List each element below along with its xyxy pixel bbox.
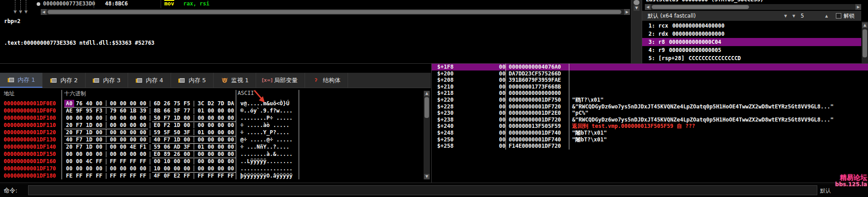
byte-group: E089260000000000 <box>152 150 236 158</box>
scroll-left-icon[interactable]: ◀ <box>645 4 651 10</box>
tab-memory-3[interactable]: 内存 3 <box>86 73 128 88</box>
spinner-down-icon[interactable]: ▼ <box>791 14 797 18</box>
column-separator <box>569 64 569 150</box>
spinner-up-icon[interactable]: ▲ <box>823 14 830 18</box>
hex-byte: 00 <box>216 114 226 122</box>
disasm-vertical-scrollbar[interactable]: ▼ <box>631 0 642 63</box>
register-row[interactable]: 3: r80000000000000C04 <box>642 38 861 46</box>
stack-address-clipped: 00 <box>493 90 506 97</box>
dump-row[interactable]: 00000000001DF14020F71D0000004EF15906AD3F… <box>0 143 431 150</box>
register-row[interactable]: 4: r90000000000000005 <box>642 46 861 54</box>
stack-row[interactable]: $+2480000000000001DF740"闂bT?\x01" <box>432 130 868 136</box>
dump-row[interactable]: 00000000001DF13040F71D000000000040F71D00… <box>0 136 431 143</box>
register-name: rdx <box>658 31 668 37</box>
group-separator <box>106 108 106 114</box>
dump-row[interactable]: 00000000001DF11020F71D0000000000E0F21D00… <box>0 122 431 129</box>
register-row[interactable]: 1: rcx0000000000400000 <box>642 22 861 30</box>
tab-struct[interactable]: ʔ结构体 <box>305 73 348 88</box>
scroll-up-icon[interactable]: ▲ <box>862 23 868 28</box>
scroll-right-icon[interactable]: ▶ <box>624 9 630 15</box>
hex-byte: 00 <box>138 150 148 158</box>
hex-byte: F7 <box>162 136 172 143</box>
stack-row[interactable]: $+2500000000000001DF740"闂bT?\x01" <box>432 136 868 143</box>
stack-row[interactable]: $+2300000000000001DF2E0"pC%" <box>432 110 868 117</box>
dump-row[interactable]: 00000000001DF12020F71D0000000000595F503F… <box>0 129 431 136</box>
hex-byte: 00 <box>206 107 216 114</box>
hex-byte: 00 <box>84 114 94 122</box>
tab-locals[interactable]: [x=]局部变量 <box>256 73 305 88</box>
dump-row[interactable]: 00000000001DF1500000000000000000E0892600… <box>0 150 431 158</box>
register-row[interactable]: 2: rdx0000000000000000 <box>642 30 861 38</box>
stack-row[interactable]: $+2280000000000001DF720&"RWCQDGyDz6wo7ys… <box>432 103 868 110</box>
hex-byte: 00 <box>206 150 216 158</box>
dump-row[interactable]: 00000000001DF170000000000000000010000000… <box>0 165 431 172</box>
registers-horizontal-scrollbar[interactable]: ◀ ▶ <box>645 4 861 10</box>
stack-row[interactable]: $+20800391B6079F3959FAE <box>432 77 868 84</box>
tab-watch-1[interactable]: 监视 1 <box>214 73 256 88</box>
byte-group: 20F71D0000000000 <box>64 122 148 129</box>
disassembly-pane: ▼ ▼ ▼ 00000000773E33D0 48:8BC6 mov rax, … <box>0 0 631 63</box>
hex-byte: FF <box>182 172 192 179</box>
scroll-down-icon[interactable]: ▼ <box>424 174 429 179</box>
scrollbar-thumb[interactable] <box>652 5 749 9</box>
registers-pane: LastStatus 00000000 (STATUS_SUCCESS) ◀ ▶… <box>642 0 868 63</box>
hex-byte: 00 <box>94 136 104 143</box>
stack-row[interactable]: $+2380000000000001DF720&"RWCQDGyDz6wo7ys… <box>432 117 868 123</box>
scrollbar-thumb[interactable] <box>863 29 867 57</box>
dump-row[interactable]: 00000000001DF0F0AE9F95F379601B398B663F77… <box>0 107 431 114</box>
hex-byte: 76 <box>74 100 84 107</box>
scroll-up-icon[interactable]: ▲ <box>424 91 429 96</box>
stack-row[interactable]: $+2200000000000001DF750"鸥T?\x01" <box>432 97 868 103</box>
registers-toolbar: 默认 (x64 fastcall) ▼ ▼ 5 ▲ 解锁 <box>642 11 861 21</box>
dump-row[interactable]: 00000000001DF16000004CFFFFFFFFFF00100000… <box>0 158 431 165</box>
scrollbar-thumb[interactable] <box>424 97 429 118</box>
memory-icon <box>178 77 186 84</box>
hex-byte: FF <box>206 172 216 179</box>
scrollbar-track[interactable] <box>47 9 624 15</box>
argument-count-spinner[interactable]: ▼ 5 ▲ <box>791 13 830 19</box>
dump-row[interactable]: 00000000001DF100000000000000000050F71D00… <box>0 114 431 122</box>
stack-comment: "pC%" <box>569 110 868 117</box>
hex-byte: FF <box>216 172 226 179</box>
dump-vertical-scrollbar[interactable]: ▲ ▼ <box>424 91 430 179</box>
registers-vertical-scrollbar[interactable]: ▲ <box>862 22 868 63</box>
register-row[interactable]: 5: [rsp+28]CCCCCCCCCCCCCCCD <box>642 54 861 62</box>
command-bar: 命令: 默认 <box>0 183 868 197</box>
stack-row[interactable]: $+25800F14E0000001DF720 <box>432 143 868 150</box>
hex-byte: 00 <box>64 165 74 172</box>
stack-address-clipped: 00 <box>493 110 506 117</box>
memory-icon <box>135 77 143 84</box>
scrollbar-thumb[interactable] <box>48 10 621 14</box>
group-separator <box>194 136 194 142</box>
hex-byte: F7 <box>162 114 172 122</box>
disasm-mnemonic: mov <box>164 0 174 7</box>
tab-memory-2[interactable]: 内存 2 <box>43 73 85 88</box>
forum-watermark: 精易论坛 bbs.125.la <box>835 174 867 188</box>
disasm-row[interactable]: 00000000773E33D0 48:8BC6 mov rax, rsi <box>0 0 631 8</box>
stack-row[interactable]: $+24000000000013F505F59返回到 test.vmp.0000… <box>432 123 868 130</box>
stack-row[interactable]: $+2100000000001773F668B <box>432 84 868 90</box>
calling-convention-dropdown[interactable]: 默认 (x64 fastcall) ▼ <box>648 12 787 20</box>
scrollbar-track[interactable] <box>651 4 855 10</box>
hex-byte: 00 <box>94 143 104 150</box>
unlock-checkbox[interactable] <box>836 13 841 19</box>
scroll-right-icon[interactable]: ▶ <box>855 4 861 10</box>
dump-row[interactable]: 00000000001DF180FEFFFFFFFFFFFFFF4F0FE2FF… <box>0 172 431 179</box>
argument-count-value: 5 <box>797 13 823 19</box>
stack-row[interactable]: $+20000DA7DD23CF575266D <box>432 70 868 77</box>
command-input[interactable] <box>28 185 817 195</box>
ascii-text: @÷ .....@÷ ..... <box>240 136 293 143</box>
hex-byte: 00 <box>216 165 226 172</box>
tab-label: 结构体 <box>323 76 340 84</box>
dump-row[interactable]: 00000000001DF0E0A0764000000000006D2675F5… <box>0 100 431 107</box>
tab-memory-5[interactable]: 内存 5 <box>171 73 214 88</box>
scroll-left-icon[interactable]: ◀ <box>41 9 47 15</box>
hex-byte: 7D <box>216 100 226 107</box>
tab-memory-1[interactable]: 内存 1 <box>0 73 43 88</box>
scroll-down-icon[interactable]: ▼ <box>634 5 639 11</box>
scrollbar-thumb[interactable] <box>634 0 639 5</box>
stack-row[interactable]: $+218000000000000000000 <box>432 90 868 97</box>
tab-memory-4[interactable]: 内存 4 <box>128 73 171 88</box>
disasm-horizontal-scrollbar[interactable]: ◀ ▶ <box>41 9 630 15</box>
stack-row[interactable]: $+1F80000000000004076A0 <box>432 64 868 70</box>
